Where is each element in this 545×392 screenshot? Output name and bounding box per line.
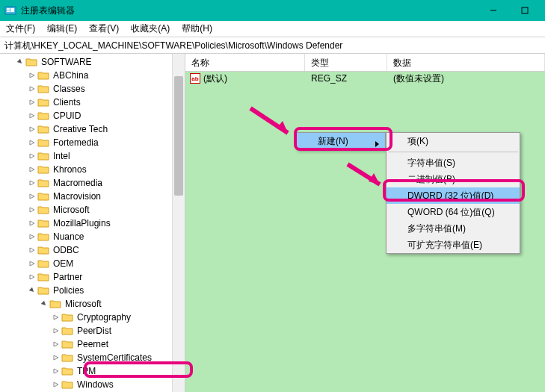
- tree-label[interactable]: TPM: [76, 364, 97, 378]
- tree-label[interactable]: Nuance: [52, 230, 85, 243]
- tree-label[interactable]: SystemCertificates: [76, 351, 153, 364]
- expand-icon[interactable]: [51, 314, 61, 321]
- tree-label[interactable]: Microsoft: [52, 203, 91, 217]
- tree-label[interactable]: Macrovision: [52, 190, 102, 203]
- tree-node[interactable]: Khronos: [1, 163, 185, 176]
- expand-icon[interactable]: [27, 287, 37, 294]
- column-headers[interactable]: 名称 类型 数据: [185, 54, 545, 72]
- expand-icon[interactable]: [15, 58, 25, 66]
- tree-node[interactable]: PeerDist: [1, 324, 185, 337]
- tree-node[interactable]: TPM: [1, 364, 185, 378]
- expand-icon[interactable]: [27, 260, 37, 267]
- tree-node[interactable]: MozillaPlugins: [1, 217, 185, 230]
- tree-node[interactable]: SystemCertificates: [1, 351, 185, 364]
- tree-node[interactable]: Macromedia: [1, 176, 185, 190]
- expand-icon[interactable]: [27, 273, 37, 281]
- tree-label[interactable]: Clients: [52, 96, 82, 109]
- menu-new-expand[interactable]: 可扩充字符串值(E): [387, 237, 520, 253]
- menu-view[interactable]: 查看(V): [86, 21, 122, 37]
- tree-node[interactable]: Intel: [1, 149, 185, 163]
- menu-edit[interactable]: 编辑(E): [44, 21, 80, 37]
- tree-label[interactable]: Creative Tech: [52, 122, 109, 136]
- tree-node[interactable]: Partner: [1, 270, 185, 284]
- tree-node[interactable]: ODBC: [1, 243, 185, 257]
- tree-label[interactable]: Khronos: [52, 163, 88, 176]
- tree-node[interactable]: Macrovision: [1, 190, 185, 203]
- tree-node[interactable]: Cryptography: [1, 311, 185, 324]
- expand-icon[interactable]: [27, 112, 37, 119]
- tree-node[interactable]: Windows: [1, 378, 185, 391]
- menu-new-key[interactable]: 项(K): [387, 133, 520, 149]
- expand-icon[interactable]: [27, 72, 37, 79]
- tree-label[interactable]: SOFTWARE: [40, 55, 93, 69]
- expand-icon[interactable]: [27, 206, 37, 214]
- tree-label[interactable]: CPUID: [52, 109, 82, 122]
- expand-icon[interactable]: [27, 179, 37, 187]
- expand-icon[interactable]: [51, 381, 61, 388]
- tree-label[interactable]: Classes: [52, 82, 87, 96]
- address-bar[interactable]: 计算机\HKEY_LOCAL_MACHINE\SOFTWARE\Policies…: [0, 37, 545, 54]
- menu-fav[interactable]: 收藏夹(A): [128, 21, 173, 37]
- tree-label[interactable]: Cryptography: [76, 311, 132, 324]
- expand-icon[interactable]: [27, 166, 37, 173]
- tree-node[interactable]: Clients: [1, 96, 185, 109]
- col-type[interactable]: 类型: [305, 54, 387, 71]
- expand-icon[interactable]: [39, 300, 49, 308]
- expand-icon[interactable]: [27, 233, 37, 240]
- tree-label[interactable]: Fortemedia: [52, 136, 100, 149]
- tree-node[interactable]: SOFTWARE: [1, 55, 185, 69]
- minimize-button[interactable]: [478, 0, 509, 21]
- tree-label[interactable]: OEM: [52, 257, 75, 270]
- tree-node[interactable]: Policies: [1, 284, 185, 297]
- menu-new[interactable]: 新建(N): [297, 133, 385, 149]
- tree-label[interactable]: ODBC: [52, 243, 81, 257]
- tree-label[interactable]: PeerDist: [76, 324, 113, 337]
- menu-file[interactable]: 文件(F): [3, 21, 38, 37]
- tree-label[interactable]: Intel: [52, 149, 72, 163]
- values-pane[interactable]: 名称 类型 数据 ab(默认) REG_SZ (数值未设置) 新建(N) 项(K…: [185, 54, 545, 392]
- tree-label[interactable]: Partner: [52, 270, 84, 284]
- tree-node[interactable]: Peernet: [1, 337, 185, 351]
- expand-icon[interactable]: [51, 354, 61, 361]
- expand-icon[interactable]: [27, 99, 37, 106]
- maximize-button[interactable]: [509, 0, 541, 21]
- expand-icon[interactable]: [51, 327, 61, 335]
- menu-new-string[interactable]: 字符串值(S): [387, 155, 520, 171]
- tree-label[interactable]: Microsoft: [64, 297, 103, 311]
- tree-node[interactable]: Microsoft: [1, 297, 185, 311]
- tree-label[interactable]: Windows: [76, 378, 115, 391]
- menu-help[interactable]: 帮助(H): [179, 21, 215, 37]
- tree-node[interactable]: Classes: [1, 82, 185, 96]
- expand-icon[interactable]: [27, 125, 37, 133]
- tree-label[interactable]: Peernet: [76, 337, 110, 351]
- tree-node[interactable]: ABChina: [1, 69, 185, 82]
- tree-scrollbar[interactable]: [172, 54, 185, 392]
- expand-icon[interactable]: [27, 220, 37, 227]
- tree-node[interactable]: Creative Tech: [1, 122, 185, 136]
- col-name[interactable]: 名称: [185, 54, 305, 71]
- expand-icon[interactable]: [27, 139, 37, 146]
- tree-node[interactable]: Nuance: [1, 230, 185, 243]
- submenu-arrow-icon: [375, 137, 381, 153]
- value-data: (数值未设置): [387, 72, 545, 85]
- col-data[interactable]: 数据: [387, 54, 545, 71]
- menu-new-dword[interactable]: DWORD (32 位)值(D): [387, 187, 520, 204]
- value-row[interactable]: ab(默认) REG_SZ (数值未设置): [185, 72, 545, 85]
- tree-label[interactable]: MozillaPlugins: [52, 217, 112, 230]
- tree-node[interactable]: Microsoft: [1, 203, 185, 217]
- expand-icon[interactable]: [27, 193, 37, 200]
- menu-new-qword[interactable]: QWORD (64 位)值(Q): [387, 204, 520, 220]
- menu-new-multi[interactable]: 多字符串值(M): [387, 220, 520, 237]
- tree-label[interactable]: Macromedia: [52, 176, 104, 190]
- tree-node[interactable]: Fortemedia: [1, 136, 185, 149]
- expand-icon[interactable]: [27, 85, 37, 93]
- tree-label[interactable]: Policies: [52, 284, 85, 297]
- menu-new-binary[interactable]: 二进制值(B): [387, 171, 520, 187]
- expand-icon[interactable]: [27, 246, 37, 254]
- expand-icon[interactable]: [27, 152, 37, 160]
- tree-node[interactable]: OEM: [1, 257, 185, 270]
- tree-node[interactable]: CPUID: [1, 109, 185, 122]
- expand-icon[interactable]: [51, 340, 61, 348]
- tree-label[interactable]: ABChina: [52, 69, 90, 82]
- expand-icon[interactable]: [51, 367, 61, 375]
